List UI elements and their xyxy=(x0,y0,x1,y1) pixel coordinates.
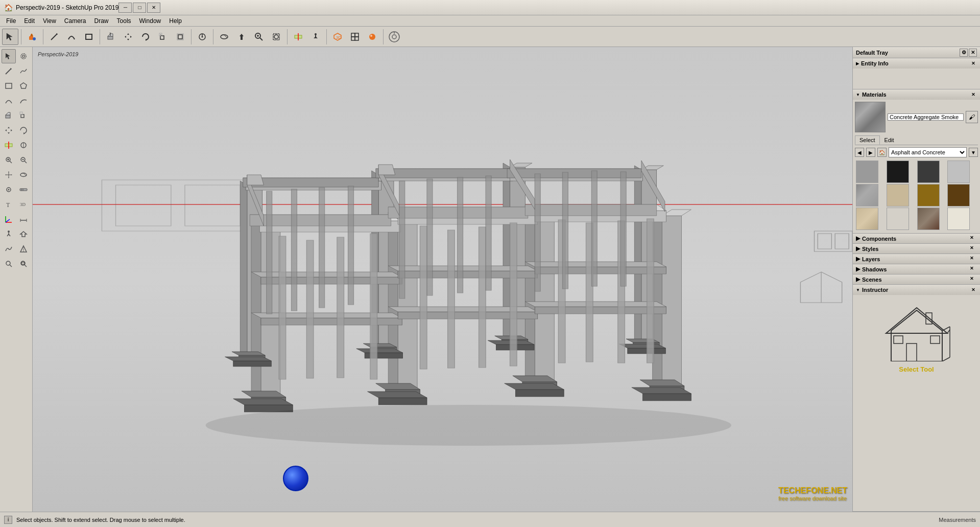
components-btn[interactable] xyxy=(347,29,363,45)
material-name-input[interactable] xyxy=(888,113,964,121)
menu-view[interactable]: View xyxy=(39,16,60,26)
mat-cell-2[interactable] xyxy=(917,161,940,183)
left-freehand-btn[interactable] xyxy=(16,64,31,78)
rect-btn[interactable] xyxy=(81,29,97,45)
tape-btn[interactable] xyxy=(194,29,210,45)
mat-cell-4[interactable] xyxy=(856,184,878,207)
left-walk-btn[interactable] xyxy=(2,227,16,241)
styles-close[interactable]: ✕ xyxy=(970,245,977,253)
left-select-lasso-btn[interactable] xyxy=(16,49,31,63)
select-tool-btn[interactable] xyxy=(2,29,18,45)
mat-category-select[interactable]: Asphalt and Concrete xyxy=(889,147,967,157)
mat-cell-3[interactable] xyxy=(947,161,970,183)
move-btn[interactable] xyxy=(120,29,136,45)
left-move-btn[interactable] xyxy=(2,123,16,138)
layers-section[interactable]: ▶ Layers ✕ xyxy=(853,254,980,264)
mat-cell-11[interactable] xyxy=(947,208,970,230)
left-select-btn[interactable] xyxy=(2,49,16,63)
mat-cell-1[interactable] xyxy=(887,161,909,183)
instructor-header[interactable]: ▼ Instructor ✕ xyxy=(853,285,980,295)
scenes-section[interactable]: ▶ Scenes ✕ xyxy=(853,274,980,285)
left-axes-btn[interactable] xyxy=(2,212,16,226)
left-zoom-in-btn[interactable] xyxy=(2,153,16,167)
camera-btn[interactable] xyxy=(386,29,402,45)
left-arc2-btn[interactable] xyxy=(16,94,31,108)
left-polygon-btn[interactable] xyxy=(16,79,31,93)
maximize-button[interactable]: □ xyxy=(133,3,146,13)
orbit-btn[interactable] xyxy=(216,29,232,45)
offset-btn[interactable] xyxy=(172,29,188,45)
close-button[interactable]: ✕ xyxy=(147,3,160,13)
tray-settings-btn[interactable]: ⚙ xyxy=(960,49,968,57)
mat-nav-forward[interactable]: ▶ xyxy=(866,148,875,157)
status-info-icon[interactable]: i xyxy=(4,516,12,524)
minimize-button[interactable]: ─ xyxy=(118,3,132,13)
mat-cell-6[interactable] xyxy=(917,184,940,207)
menu-tools[interactable]: Tools xyxy=(113,16,135,26)
mat-cell-9[interactable] xyxy=(887,208,909,230)
left-pushpull-btn[interactable] xyxy=(2,108,16,123)
left-arc-btn[interactable] xyxy=(2,94,16,108)
zoom-btn[interactable] xyxy=(251,29,267,45)
tray-close-btn[interactable]: ✕ xyxy=(969,49,977,57)
materials-top-btn[interactable] xyxy=(364,29,380,45)
material-paint-btn[interactable]: 🖌 xyxy=(966,111,978,123)
left-rect-btn[interactable] xyxy=(2,79,16,93)
styles-section[interactable]: ▶ Styles ✕ xyxy=(853,244,980,254)
instructor-close[interactable]: ✕ xyxy=(970,286,977,293)
left-measure-btn[interactable] xyxy=(16,182,31,197)
shadows-section[interactable]: ▶ Shadows ✕ xyxy=(853,264,980,274)
walk-btn[interactable] xyxy=(307,29,324,45)
menu-camera[interactable]: Camera xyxy=(60,16,90,26)
left-section-btn[interactable] xyxy=(2,138,16,152)
mat-cell-8[interactable] xyxy=(856,208,878,230)
section-plane-btn[interactable] xyxy=(290,29,306,45)
left-smooth-btn[interactable] xyxy=(2,242,16,256)
left-position-btn[interactable] xyxy=(16,227,31,241)
left-zoom-out-btn[interactable] xyxy=(16,153,31,167)
left-orbit-btn[interactable] xyxy=(16,168,31,182)
components-close[interactable]: ✕ xyxy=(970,235,977,242)
mat-nav-back[interactable]: ◀ xyxy=(855,148,864,157)
mat-cell-10[interactable] xyxy=(917,208,940,230)
3dwarehouse-btn[interactable]: 3D xyxy=(329,29,346,45)
left-3dtext-btn[interactable]: 3D xyxy=(16,197,31,212)
mat-home-btn[interactable]: 🏠 xyxy=(877,148,887,157)
left-search-btn[interactable] xyxy=(2,257,16,271)
left-section2-btn[interactable] xyxy=(16,138,31,152)
rotate-btn[interactable] xyxy=(137,29,154,45)
left-dimension-btn[interactable] xyxy=(16,212,31,226)
pencil-btn[interactable] xyxy=(46,29,62,45)
menu-file[interactable]: File xyxy=(2,16,20,26)
pan-btn[interactable] xyxy=(233,29,250,45)
entity-info-close[interactable]: ✕ xyxy=(970,60,977,67)
left-look-btn[interactable] xyxy=(2,182,16,197)
viewport[interactable]: Perspectiv-2019 xyxy=(33,47,852,512)
entity-info-header[interactable]: ▶ Entity Info ✕ xyxy=(853,58,980,68)
scenes-close[interactable]: ✕ xyxy=(970,276,977,283)
left-pencil-btn[interactable] xyxy=(2,64,16,78)
layers-close[interactable]: ✕ xyxy=(970,256,977,263)
components-section[interactable]: ▶ Components ✕ xyxy=(853,234,980,244)
left-zoom-sel-btn[interactable] xyxy=(16,257,31,271)
mat-cell-5[interactable] xyxy=(887,184,909,207)
menu-window[interactable]: Window xyxy=(135,16,165,26)
paint-bucket-btn[interactable] xyxy=(24,29,40,45)
mat-cell-0[interactable] xyxy=(856,161,878,183)
push-pull-btn[interactable] xyxy=(103,29,119,45)
left-scale-btn[interactable] xyxy=(16,108,31,123)
menu-help[interactable]: Help xyxy=(165,16,186,26)
mat-cell-7[interactable] xyxy=(947,184,970,207)
left-text-btn[interactable]: T xyxy=(2,197,16,212)
left-rotate-btn[interactable] xyxy=(16,123,31,138)
mat-tab-edit[interactable]: Edit xyxy=(880,135,899,145)
left-pan-btn[interactable] xyxy=(2,168,16,182)
zoom-ext-btn[interactable] xyxy=(268,29,284,45)
shadows-close[interactable]: ✕ xyxy=(970,266,977,273)
arc-btn[interactable] xyxy=(63,29,80,45)
materials-header[interactable]: ▼ Materials ✕ xyxy=(853,89,980,100)
mat-tab-select[interactable]: Select xyxy=(855,135,880,145)
scale-btn[interactable] xyxy=(155,29,171,45)
menu-draw[interactable]: Draw xyxy=(90,16,113,26)
materials-close[interactable]: ✕ xyxy=(970,91,977,98)
